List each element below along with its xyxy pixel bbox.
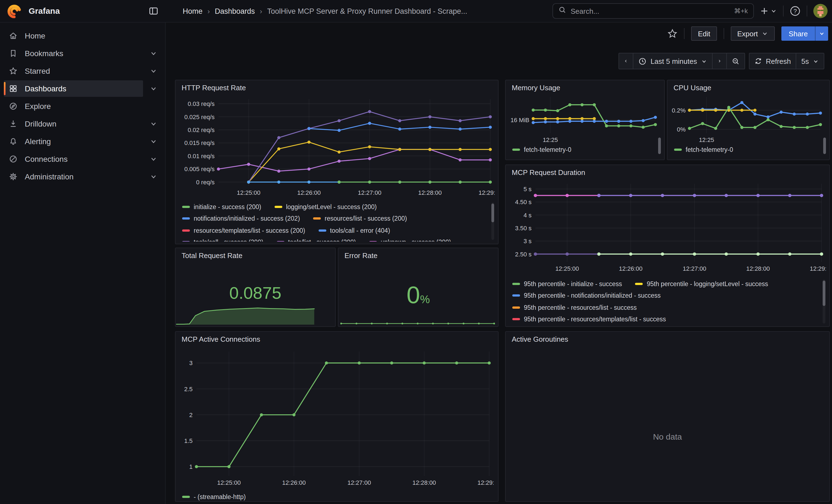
legend-item[interactable]: fetch-telemetry-0 xyxy=(512,146,571,153)
panel-title[interactable]: MCP Active Connections xyxy=(182,335,260,343)
panel-title[interactable]: HTTP Request Rate xyxy=(182,84,246,92)
svg-text:16 MiB: 16 MiB xyxy=(511,117,529,124)
sidebar-item-administration[interactable]: Administration xyxy=(4,168,143,185)
legend-item[interactable]: tools/call - error (404) xyxy=(318,227,390,234)
refresh-button[interactable]: Refresh xyxy=(749,53,796,69)
sidebar-item-dashboards[interactable]: Dashboards xyxy=(4,80,143,97)
chevron-down-icon[interactable] xyxy=(150,155,157,163)
search-input[interactable]: Search... ⌘+k xyxy=(552,3,754,19)
legend-item[interactable]: - (streamable-http) xyxy=(182,493,246,500)
legend-scrollbar-thumb[interactable] xyxy=(823,137,826,154)
grafana-logo-icon[interactable] xyxy=(7,4,22,18)
svg-text:0.03 req/s: 0.03 req/s xyxy=(188,100,215,107)
legend-label: 95th percentile - resources/templates/li… xyxy=(524,316,666,322)
divider xyxy=(723,28,724,39)
http-request-rate-chart[interactable]: 12:25:0012:26:0012:27:0012:28:0012:29:00… xyxy=(180,96,495,197)
chevron-down-icon[interactable] xyxy=(150,50,157,57)
legend-scrollbar-thumb[interactable] xyxy=(658,137,661,154)
mcp-request-duration-chart[interactable]: 12:25:0012:26:0012:27:0012:28:0012:29:00… xyxy=(510,181,826,273)
dashboard-toolbar: Edit Export Share xyxy=(668,24,828,44)
breadcrumb: Home › Dashboards › ToolHive MCP Server … xyxy=(183,0,467,22)
sidebar-item-bookmarks[interactable]: Bookmarks xyxy=(4,45,143,62)
bookmark-icon xyxy=(9,49,18,58)
legend-swatch xyxy=(182,229,190,231)
refresh-interval-picker[interactable]: 5s xyxy=(796,53,824,69)
error-rate-value: 0% xyxy=(338,281,498,309)
user-avatar[interactable] xyxy=(813,4,828,18)
legend-label: resources/templates/list - success (200) xyxy=(194,227,305,234)
svg-text:0 req/s: 0 req/s xyxy=(196,179,215,186)
panel-title[interactable]: Total Request Rate xyxy=(182,251,242,260)
legend-scrollbar-thumb[interactable] xyxy=(491,204,494,222)
sidebar-item-label: Connections xyxy=(25,155,68,163)
panel-title[interactable]: Memory Usage xyxy=(512,84,560,92)
svg-text:3.50 s: 3.50 s xyxy=(515,225,531,232)
legend-label: 95th percentile - logging/setLevel - suc… xyxy=(647,280,768,287)
panel-title[interactable]: CPU Usage xyxy=(674,84,711,92)
error-rate-unit: % xyxy=(420,293,430,306)
collapse-sidebar-icon[interactable] xyxy=(149,6,158,16)
sidebar-item-home[interactable]: Home xyxy=(4,27,143,44)
sidebar-item-label: Bookmarks xyxy=(25,49,63,58)
svg-text:4 s: 4 s xyxy=(524,212,531,219)
chevron-down-icon[interactable] xyxy=(150,120,157,128)
sidebar-item-starred[interactable]: Starred xyxy=(4,63,143,79)
panel-title[interactable]: MCP Request Duration xyxy=(512,168,585,177)
cpu-usage-chart[interactable]: 12:250.2%0% xyxy=(670,94,825,144)
sidebar-item-connections[interactable]: Connections xyxy=(4,151,143,167)
legend-swatch xyxy=(313,217,321,219)
legend-label: tools/list - success (200) xyxy=(288,239,356,242)
legend-item[interactable]: unknown - success (200) xyxy=(369,239,451,242)
time-shift-back-icon[interactable] xyxy=(619,53,633,69)
time-range-picker[interactable]: Last 5 minutes xyxy=(633,53,712,69)
chevron-down-icon[interactable] xyxy=(150,137,157,145)
chevron-down-icon[interactable] xyxy=(150,85,157,92)
legend-item[interactable]: 95th percentile - initialize - success xyxy=(512,280,622,287)
chevron-down-icon[interactable] xyxy=(150,173,157,181)
sidebar-item-explore[interactable]: Explore xyxy=(4,98,143,114)
time-controls: Last 5 minutes Refresh xyxy=(619,53,824,69)
legend-item[interactable]: 95th percentile - notifications/initiali… xyxy=(512,292,660,299)
sidebar-item-alerting[interactable]: Alerting xyxy=(4,133,143,150)
breadcrumb-home[interactable]: Home xyxy=(183,7,203,15)
memory-usage-chart[interactable]: 12:2516 MiB xyxy=(508,94,660,144)
share-button[interactable]: Share xyxy=(782,26,815,41)
legend-row: 95th percentile - resources/templates/li… xyxy=(512,315,821,323)
legend-label: fetch-telemetry-0 xyxy=(524,146,571,153)
legend-item[interactable]: initialize - success (200) xyxy=(182,203,261,210)
chevron-down-icon xyxy=(819,30,825,37)
legend-row: 95th percentile - notifications/initiali… xyxy=(512,291,821,299)
legend-item[interactable]: tools/call - success (200) xyxy=(182,239,263,242)
svg-text:12:28:00: 12:28:00 xyxy=(418,189,442,196)
legend-item[interactable]: notifications/initialized - success (202… xyxy=(182,215,300,222)
share-options-icon[interactable] xyxy=(815,26,828,41)
favorite-star-icon[interactable] xyxy=(668,29,678,38)
legend-item[interactable]: resources/list - success (200) xyxy=(313,215,407,222)
divider xyxy=(684,28,685,39)
svg-text:5 s: 5 s xyxy=(524,186,531,192)
panel-title[interactable]: Error Rate xyxy=(344,251,378,260)
svg-text:12:28:00: 12:28:00 xyxy=(746,265,770,272)
legend-item[interactable]: 95th percentile - resources/templates/li… xyxy=(512,316,666,322)
time-shift-forward-icon[interactable] xyxy=(712,53,727,69)
sidebar-item-label: Home xyxy=(25,31,45,40)
legend-item[interactable]: fetch-telemetry-0 xyxy=(674,146,733,153)
legend-item[interactable]: logging/setLevel - success (200) xyxy=(274,203,376,210)
chevron-down-icon[interactable] xyxy=(150,67,157,75)
error-rate-sparkline[interactable] xyxy=(339,313,496,325)
legend-swatch xyxy=(512,306,520,309)
legend-item[interactable]: resources/templates/list - success (200) xyxy=(182,227,305,234)
add-new-button[interactable] xyxy=(760,7,777,16)
mcp-active-connections-chart[interactable]: 12:25:0012:26:0012:27:0012:28:0012:29:00… xyxy=(180,348,494,487)
legend-item[interactable]: 95th percentile - resources/list - succe… xyxy=(512,304,636,311)
legend-item[interactable]: tools/list - success (200) xyxy=(277,239,356,242)
edit-button[interactable]: Edit xyxy=(692,26,717,41)
zoom-out-time-icon[interactable] xyxy=(726,53,745,69)
help-icon[interactable]: ? xyxy=(790,5,801,17)
panel-title[interactable]: Active Goroutines xyxy=(512,335,568,343)
legend-item[interactable]: 95th percentile - logging/setLevel - suc… xyxy=(635,280,768,287)
breadcrumb-dashboards[interactable]: Dashboards xyxy=(215,7,255,15)
export-button[interactable]: Export xyxy=(730,26,775,41)
legend-scrollbar-thumb[interactable] xyxy=(823,281,825,306)
sidebar-item-drilldown[interactable]: Drilldown xyxy=(4,115,143,132)
